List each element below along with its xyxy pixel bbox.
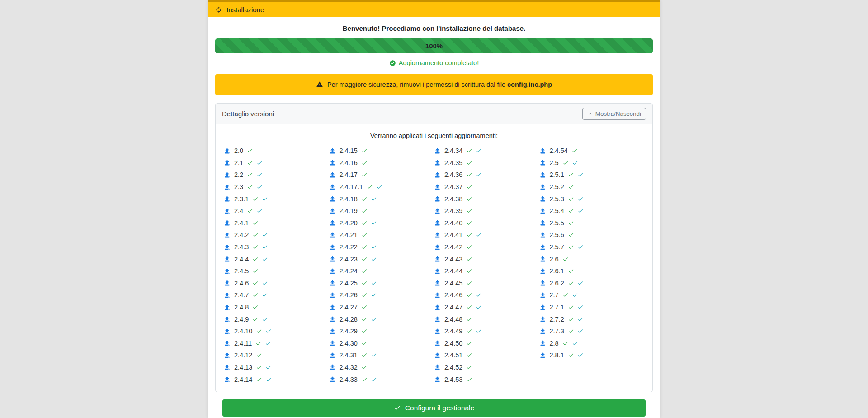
version-item: 2.4.17.1 bbox=[329, 181, 434, 193]
upload-icon bbox=[224, 292, 231, 299]
upload-icon bbox=[434, 171, 441, 178]
check-icon bbox=[256, 352, 262, 358]
version-label: 2.4.12 bbox=[234, 352, 252, 359]
check-icon bbox=[476, 328, 482, 334]
warning-file-name: config.inc.php bbox=[507, 81, 552, 88]
warning-triangle-icon bbox=[316, 81, 323, 88]
version-checks bbox=[361, 352, 377, 358]
version-checks bbox=[252, 256, 268, 262]
upload-icon bbox=[329, 159, 336, 166]
version-label: 2.4.43 bbox=[444, 256, 462, 263]
version-checks bbox=[466, 352, 472, 358]
version-checks bbox=[361, 244, 377, 250]
version-label: 2.4.37 bbox=[444, 183, 462, 190]
version-item: 2.4.40 bbox=[434, 217, 539, 229]
version-label: 2.2 bbox=[234, 171, 243, 178]
check-icon bbox=[568, 244, 574, 250]
check-icon bbox=[361, 352, 368, 358]
check-icon bbox=[265, 328, 272, 334]
version-checks bbox=[562, 256, 569, 262]
version-label: 2.7.2 bbox=[550, 316, 564, 323]
version-checks bbox=[568, 184, 574, 190]
version-label: 2.4.39 bbox=[444, 207, 462, 214]
check-icon bbox=[466, 340, 472, 347]
version-label: 2.4.21 bbox=[340, 231, 358, 238]
upload-icon bbox=[434, 184, 441, 190]
version-label: 2.4.44 bbox=[444, 267, 462, 275]
upload-icon bbox=[434, 232, 441, 238]
check-icon bbox=[361, 304, 368, 310]
check-icon bbox=[466, 160, 472, 166]
upload-icon bbox=[224, 256, 231, 262]
upload-icon bbox=[224, 352, 231, 359]
version-label: 2.4.26 bbox=[340, 291, 358, 299]
security-warning-alert: Per maggiore sicurezza, rimuovi i permes… bbox=[215, 74, 653, 95]
upload-icon bbox=[539, 340, 546, 347]
version-label: 2.4.50 bbox=[444, 340, 462, 347]
versions-column: 2.4.34 2.4.35 2.4.36 2.4.37 2.4.38 2.4.3… bbox=[434, 145, 539, 385]
version-label: 2.4.48 bbox=[444, 316, 462, 323]
version-item: 2.7.2 bbox=[539, 313, 645, 325]
version-item: 2.4.54 bbox=[539, 145, 645, 157]
check-icon bbox=[252, 256, 259, 262]
version-checks bbox=[361, 328, 368, 334]
show-hide-button[interactable]: Mostra/Nascondi bbox=[582, 108, 646, 120]
version-label: 2.4.4 bbox=[234, 256, 249, 263]
version-item: 2.4.41 bbox=[434, 229, 539, 241]
upload-icon bbox=[224, 232, 231, 238]
version-item: 2.4.46 bbox=[434, 289, 539, 301]
version-item: 2.4.28 bbox=[329, 313, 434, 325]
check-icon bbox=[568, 328, 574, 334]
version-item: 2.4.42 bbox=[434, 241, 539, 253]
warning-text-prefix: Per maggiore sicurezza, rimuovi i permes… bbox=[327, 81, 505, 88]
page-title: Installazione bbox=[226, 6, 264, 14]
check-icon bbox=[572, 340, 578, 347]
check-icon bbox=[247, 208, 253, 214]
upload-icon bbox=[329, 316, 336, 323]
upload-icon bbox=[329, 184, 336, 190]
version-label: 2.5.3 bbox=[550, 195, 564, 203]
check-icon bbox=[265, 364, 272, 370]
versions-column: 2.0 2.1 2.2 2.3 2.3.1 2.4 2.4.1 2.4.2 2.… bbox=[224, 145, 329, 385]
check-icon bbox=[562, 160, 569, 166]
upload-icon bbox=[539, 292, 546, 299]
version-item: 2.4.1 bbox=[224, 217, 329, 229]
check-icon bbox=[568, 171, 574, 178]
version-item: 2.6.2 bbox=[539, 277, 645, 290]
check-icon bbox=[577, 328, 584, 334]
check-icon bbox=[252, 292, 259, 298]
version-label: 2.4.28 bbox=[340, 316, 358, 323]
version-checks bbox=[466, 244, 472, 250]
version-item: 2.4.34 bbox=[434, 145, 539, 157]
upload-icon bbox=[434, 316, 441, 323]
version-label: 2.5.4 bbox=[550, 207, 564, 214]
version-item: 2.5.5 bbox=[539, 217, 645, 229]
version-label: 2.4.10 bbox=[234, 328, 252, 335]
upload-icon bbox=[434, 195, 441, 202]
status-text: Aggiornamento completato! bbox=[399, 59, 479, 66]
check-icon bbox=[361, 292, 368, 298]
version-label: 2.4.15 bbox=[340, 147, 358, 154]
version-label: 2.4.34 bbox=[444, 147, 462, 154]
version-checks bbox=[252, 292, 268, 298]
check-icon bbox=[361, 160, 368, 166]
version-label: 2.4.35 bbox=[444, 159, 462, 166]
version-label: 2.1 bbox=[234, 159, 243, 166]
check-icon bbox=[568, 316, 574, 323]
version-checks bbox=[466, 364, 472, 370]
panel-body: Verranno applicati i seguenti aggiorname… bbox=[216, 124, 652, 392]
check-icon bbox=[361, 328, 368, 334]
version-checks bbox=[247, 147, 253, 154]
check-icon bbox=[562, 292, 569, 298]
check-icon bbox=[376, 184, 382, 190]
upload-icon bbox=[539, 208, 546, 214]
upload-icon bbox=[329, 304, 336, 311]
version-label: 2.4.24 bbox=[340, 267, 358, 275]
version-item: 2.7.3 bbox=[539, 325, 645, 337]
configure-button[interactable]: Configura il gestionale bbox=[222, 399, 646, 417]
version-checks bbox=[361, 292, 377, 298]
check-icon bbox=[476, 292, 482, 298]
version-checks bbox=[466, 280, 472, 286]
version-item: 2.4.20 bbox=[329, 217, 434, 229]
version-label: 2.4.14 bbox=[234, 376, 252, 383]
